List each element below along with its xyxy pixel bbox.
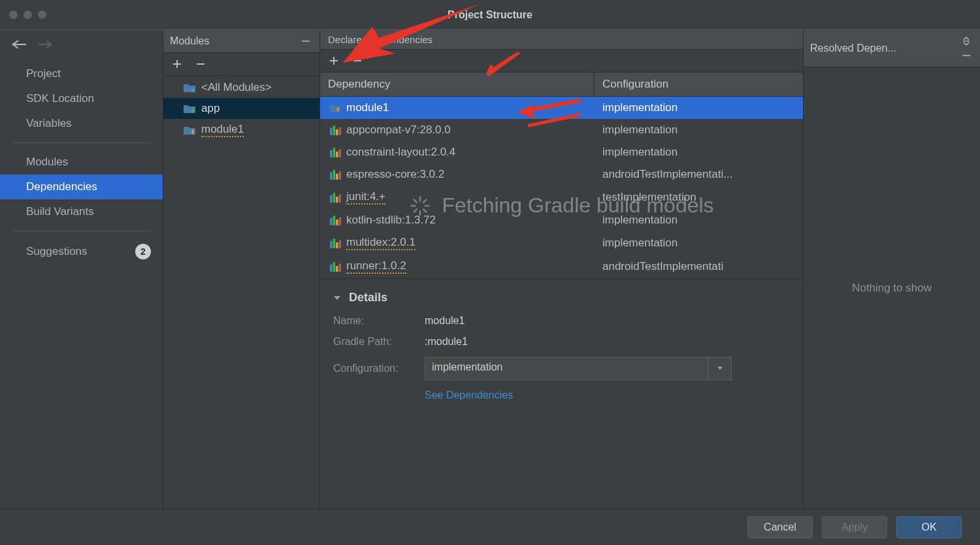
module-label: <All Modules>: [201, 81, 272, 94]
close-window-icon[interactable]: [9, 10, 18, 19]
resolved-panel: Resolved Depen... Nothing to show: [804, 30, 980, 508]
dependencies-panel: Declared Dependencies Dependency Configu…: [320, 30, 804, 508]
nav-dependencies[interactable]: Dependencies: [0, 174, 163, 199]
nav-label: Suggestions: [26, 245, 88, 258]
minimize-panel-icon[interactable]: [959, 48, 973, 63]
svg-rect-3: [197, 63, 204, 65]
svg-rect-18: [339, 127, 341, 135]
zoom-window-icon[interactable]: [38, 10, 46, 19]
dependency-config: implementation: [595, 141, 803, 163]
library-icon: [329, 169, 341, 180]
dependency-row[interactable]: module1implementation: [320, 97, 803, 119]
button-label: Apply: [841, 521, 868, 533]
dependency-config: implementation: [595, 97, 803, 119]
module-module1[interactable]: module1: [163, 119, 319, 141]
nav-sdk-location[interactable]: SDK Location: [0, 86, 163, 111]
dependency-name: appcompat-v7:28.0.0: [346, 124, 451, 137]
expand-collapse-icon[interactable]: [959, 34, 973, 48]
dependency-name: module1: [346, 101, 389, 114]
deps-toolbar: [320, 50, 803, 73]
dependency-name: runner:1.0.2: [346, 259, 406, 274]
nav-modules[interactable]: Modules: [0, 150, 163, 174]
svg-rect-23: [330, 173, 332, 180]
configuration-select[interactable]: implementation: [425, 357, 732, 380]
dependency-row[interactable]: runner:1.0.2androidTestImplementati: [320, 255, 803, 278]
col-configuration[interactable]: Configuration: [595, 73, 803, 96]
library-icon: [329, 125, 341, 135]
add-dependency-button[interactable]: [327, 54, 341, 68]
modules-header: Modules: [163, 30, 319, 53]
detail-path-value: :module1: [425, 336, 790, 348]
empty-text: Nothing to show: [852, 282, 932, 295]
svg-rect-33: [336, 220, 338, 225]
library-icon: [329, 261, 341, 272]
folder-icon: [183, 125, 196, 135]
svg-rect-51: [963, 41, 970, 42]
module-list: <All Modules> app module1: [163, 76, 319, 141]
svg-rect-21: [336, 152, 338, 157]
module-app[interactable]: app: [163, 98, 319, 119]
nav-variables[interactable]: Variables: [0, 111, 163, 136]
resolved-empty: Nothing to show: [804, 67, 980, 508]
cancel-button[interactable]: Cancel: [747, 516, 813, 538]
dependency-name: constraint-layout:2.0.4: [346, 146, 455, 159]
declared-deps-title: Declared Dependencies: [320, 30, 803, 50]
dependency-row[interactable]: kotlin-stdlib:1.3.72implementation: [320, 209, 803, 231]
svg-rect-2: [173, 63, 181, 65]
minimize-window-icon[interactable]: [24, 10, 32, 19]
svg-rect-22: [339, 150, 341, 157]
chevron-down-icon: [708, 357, 731, 380]
dependency-row[interactable]: multidex:2.0.1implementation: [320, 231, 803, 255]
dependency-config: testImplementation: [595, 186, 803, 208]
button-label: Cancel: [764, 521, 796, 533]
ok-button[interactable]: OK: [896, 516, 962, 538]
apply-button[interactable]: Apply: [822, 516, 887, 538]
svg-rect-0: [302, 41, 310, 42]
dependency-row[interactable]: espresso-core:3.0.2androidTestImplementa…: [320, 163, 803, 186]
svg-rect-39: [330, 265, 332, 272]
dependency-row[interactable]: appcompat-v7:28.0.0implementation: [320, 119, 803, 141]
see-dependencies-link[interactable]: See Dependencies: [425, 389, 513, 401]
svg-rect-35: [330, 241, 332, 248]
svg-rect-17: [336, 129, 338, 135]
bottom-bar: Cancel Apply OK: [0, 508, 980, 545]
svg-rect-4: [191, 89, 195, 92]
title-bar: Project Structure: [0, 0, 980, 30]
resolved-title: Resolved Depen...: [810, 42, 896, 54]
col-dependency[interactable]: Dependency: [320, 73, 595, 96]
nav-label: Modules: [26, 156, 68, 168]
svg-rect-15: [330, 128, 332, 135]
remove-module-button[interactable]: [193, 57, 208, 71]
nav-suggestions[interactable]: Suggestions 2: [0, 238, 163, 265]
svg-rect-27: [330, 195, 332, 203]
dependency-row[interactable]: constraint-layout:2.0.4implementation: [320, 141, 803, 163]
detail-name-label: Name:: [333, 315, 425, 327]
sidebar-nav: Project SDK Location Variables Modules D…: [0, 30, 163, 508]
svg-rect-36: [333, 239, 335, 248]
nav-label: Build Variants: [26, 205, 94, 218]
detail-path-label: Gradle Path:: [333, 336, 425, 348]
folder-icon: [183, 103, 196, 114]
module-all[interactable]: <All Modules>: [163, 77, 319, 98]
svg-rect-32: [333, 216, 335, 225]
details-header[interactable]: Details: [333, 291, 790, 305]
remove-dependency-button[interactable]: [350, 54, 365, 68]
dependency-name: kotlin-stdlib:1.3.72: [346, 214, 436, 227]
dependency-row[interactable]: junit:4.+testImplementation: [320, 186, 803, 209]
nav-project[interactable]: Project: [0, 61, 163, 86]
dependency-config: implementation: [595, 209, 803, 231]
minimize-panel-icon[interactable]: [299, 34, 313, 48]
svg-rect-37: [336, 242, 338, 248]
nav-label: Variables: [26, 117, 72, 129]
nav-build-variants[interactable]: Build Variants: [0, 199, 163, 224]
back-icon[interactable]: [12, 39, 26, 50]
svg-rect-16: [333, 125, 335, 135]
chevron-down-icon: [333, 294, 341, 302]
window-controls: [0, 10, 46, 19]
forward-icon: [38, 39, 52, 50]
svg-rect-40: [333, 262, 335, 272]
svg-rect-13: [338, 107, 339, 111]
svg-rect-8: [194, 131, 195, 134]
module-label: app: [201, 102, 220, 115]
add-module-button[interactable]: [170, 57, 184, 71]
